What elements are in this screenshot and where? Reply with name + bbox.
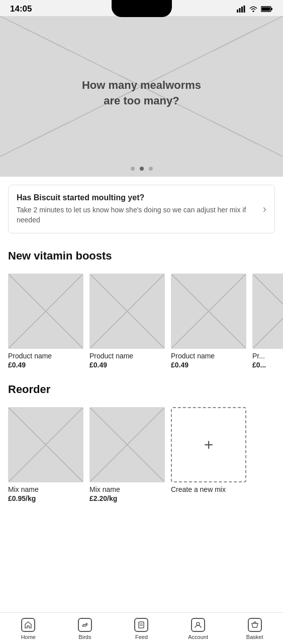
vitamins-section-title: New vitamin boosts [8, 249, 275, 263]
notification-card[interactable]: Has Biscuit started moulting yet? Take 2… [8, 185, 275, 233]
create-mix-plus-icon: + [204, 436, 214, 454]
mix-image-2 [89, 407, 165, 482]
svg-rect-9 [139, 622, 144, 628]
product-card-2[interactable]: Product name £0.49 [89, 274, 165, 369]
feed-icon [134, 618, 148, 632]
chevron-right-icon: › [263, 203, 266, 216]
create-mix-box: + [171, 407, 246, 482]
hero-dots[interactable] [131, 167, 153, 171]
nav-feed[interactable]: Feed [113, 618, 170, 640]
reorder-section: Reorder [0, 375, 283, 407]
wifi-icon [249, 6, 258, 13]
mix-price-1: £0.95/kg [8, 494, 83, 502]
product-image-4 [252, 274, 283, 349]
mix-card-2[interactable]: Mix name £2.20/kg [89, 407, 165, 502]
mix-card-1[interactable]: Mix name £0.95/kg [8, 407, 83, 502]
nav-basket-label: Basket [246, 634, 263, 640]
product-name-4: Pr... [252, 352, 283, 360]
svg-point-12 [197, 622, 200, 625]
reorder-section-title: Reorder [8, 383, 275, 396]
create-mix-card[interactable]: + Create a new mix [171, 407, 246, 502]
status-icons [237, 6, 273, 13]
product-price-1: £0.49 [8, 361, 83, 369]
vitamins-section: New vitamin boosts [0, 241, 283, 274]
svg-rect-1 [239, 8, 241, 13]
reorder-row: Mix name £0.95/kg Mix name £2.20/kg + Cr… [0, 407, 283, 508]
mix-price-2: £2.20/kg [89, 494, 165, 502]
nav-birds[interactable]: Birds [57, 618, 114, 640]
notification-content: Has Biscuit started moulting yet? Take 2… [17, 193, 257, 225]
home-icon [21, 618, 35, 632]
create-mix-label: Create a new mix [171, 485, 246, 493]
nav-account[interactable]: Account [170, 618, 227, 640]
mix-name-1: Mix name [8, 485, 83, 493]
svg-point-4 [253, 11, 254, 12]
svg-point-8 [85, 623, 86, 624]
svg-rect-2 [241, 7, 243, 13]
product-card-1[interactable]: Product name £0.49 [8, 274, 83, 369]
product-price-3: £0.49 [171, 361, 246, 369]
product-image-1 [8, 274, 83, 349]
product-image-3 [171, 274, 246, 349]
hero-banner: How many mealworms are too many? [0, 16, 283, 177]
dynamic-island [112, 0, 172, 17]
hero-text: How many mealworms are too many? [82, 78, 201, 109]
svg-rect-3 [244, 6, 245, 13]
product-name-3: Product name [171, 352, 246, 360]
product-price-4: £0... [252, 361, 283, 369]
svg-rect-6 [271, 8, 272, 10]
hero-dot-1[interactable] [131, 167, 135, 171]
bottom-nav: Home Birds Feed Account [0, 612, 283, 644]
product-card-3[interactable]: Product name £0.49 [171, 274, 246, 369]
product-card-4[interactable]: Pr... £0... [252, 274, 283, 369]
nav-feed-label: Feed [135, 634, 148, 640]
product-name-2: Product name [89, 352, 165, 360]
birds-icon [78, 618, 92, 632]
nav-birds-label: Birds [78, 634, 91, 640]
svg-rect-0 [237, 10, 238, 13]
mix-name-2: Mix name [89, 485, 165, 493]
status-time: 14:05 [10, 4, 32, 14]
hero-dot-3[interactable] [149, 167, 153, 171]
notification-title: Has Biscuit started moulting yet? [17, 193, 257, 202]
mix-image-1 [8, 407, 83, 482]
product-name-1: Product name [8, 352, 83, 360]
basket-icon [248, 618, 262, 632]
nav-basket[interactable]: Basket [226, 618, 283, 640]
product-image-2 [89, 274, 165, 349]
battery-icon [261, 6, 273, 13]
nav-home[interactable]: Home [0, 618, 57, 640]
nav-home-label: Home [21, 634, 36, 640]
signal-icon [237, 6, 246, 13]
notification-body: Take 2 minutes to let us know how she's … [17, 205, 257, 225]
account-icon [191, 618, 205, 632]
nav-account-label: Account [188, 634, 208, 640]
svg-rect-7 [262, 8, 270, 11]
product-price-2: £0.49 [89, 361, 165, 369]
products-row: Product name £0.49 Product name £0.49 Pr… [0, 274, 283, 375]
hero-dot-2[interactable] [140, 167, 144, 171]
